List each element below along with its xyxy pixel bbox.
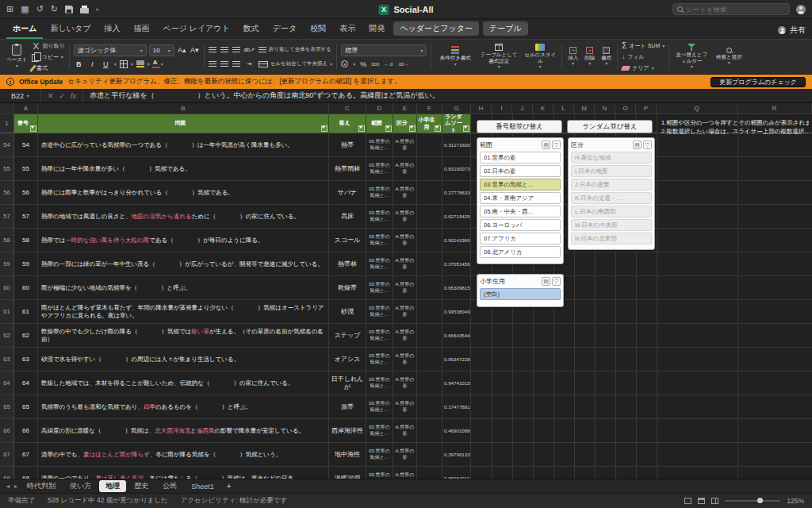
column-letter-B[interactable]: B <box>38 103 329 114</box>
cell-A65[interactable]: 65 <box>14 395 38 418</box>
number-format-select[interactable]: 標準▾ <box>341 44 427 56</box>
cell-C66[interactable]: 西岸海洋性 <box>329 419 366 442</box>
column-letter-F[interactable]: F <box>417 103 442 114</box>
cell-A62[interactable]: 62 <box>14 324 38 347</box>
clear-filter-icon[interactable]: ▽ <box>643 140 652 149</box>
column-letter-D[interactable]: D <box>366 103 393 114</box>
cell-F63[interactable] <box>417 348 442 371</box>
cell-G65[interactable]: 0.174778814 <box>442 395 471 418</box>
cell-F66[interactable] <box>417 419 442 442</box>
align-center-icon[interactable] <box>220 61 228 67</box>
cell-D62[interactable]: 03.世界の気候と… <box>366 324 393 347</box>
cell-E65[interactable]: A.世界の姿 <box>393 395 417 418</box>
sheet-nav-right-icon[interactable]: ▸ <box>13 483 19 490</box>
column-letter-N[interactable]: N <box>595 103 615 114</box>
cell-A57[interactable]: 57 <box>14 205 38 228</box>
cell-C59[interactable]: 熱帯林 <box>329 252 366 275</box>
filter-icon[interactable] <box>463 125 469 132</box>
ribbon-tab-ページ レイアウト[interactable]: ページ レイアウト <box>156 20 236 39</box>
ribbon-tab-数式[interactable]: 数式 <box>237 20 266 39</box>
cell-E60[interactable]: A.世界の姿 <box>393 276 417 299</box>
row-header-55[interactable]: 55 <box>0 157 14 180</box>
increase-font-button[interactable]: A▴ <box>177 44 187 56</box>
chevron-down-icon[interactable]: ▾ <box>353 61 355 67</box>
slicer-item-02.日本の姿[interactable]: 02.日本の姿 <box>480 165 561 177</box>
cell-B56[interactable]: 熱帯には雨季と乾季がはっきり分かれている（ ）気候である。 <box>38 181 329 204</box>
cell-D54[interactable]: 03.世界の気候と… <box>366 133 393 156</box>
cell-A63[interactable]: 63 <box>14 348 38 371</box>
column-letter-A[interactable]: A <box>14 103 38 114</box>
slicer-item-J.日本の産業[interactable]: J.日本の産業 <box>571 179 652 190</box>
multi-select-icon[interactable]: ▤ <box>633 140 642 149</box>
copy-button[interactable]: コピー▾ <box>32 52 64 62</box>
slicer-item-05.南・中央・西…[interactable]: 05.南・中央・西… <box>480 206 561 217</box>
check-updates-button[interactable]: 更新プログラムのチェック <box>710 77 806 87</box>
column-letter-R[interactable]: R <box>737 103 812 114</box>
cell-F56[interactable] <box>417 181 442 204</box>
random-sort-button[interactable]: ランダム並び替え <box>567 120 653 133</box>
cell-C54[interactable]: 熱帯 <box>329 133 366 156</box>
cell-C56[interactable]: サバナ <box>329 181 366 204</box>
chevron-down-icon[interactable]: ▾ <box>161 61 163 67</box>
column-letter-C[interactable]: C <box>329 103 366 114</box>
borders-icon[interactable] <box>120 60 128 68</box>
cut-button[interactable]: 切り取り <box>32 40 64 51</box>
chevron-down-icon[interactable]: ▾ <box>114 61 117 67</box>
cell-C60[interactable]: 乾燥帯 <box>329 276 366 299</box>
ribbon-tab-ヘッダーとフッター[interactable]: ヘッダーとフッター <box>393 21 479 36</box>
cell-D66[interactable]: 03.世界の気候と… <box>366 419 393 442</box>
align-left-icon[interactable] <box>209 61 216 67</box>
cell-G63[interactable]: 0.853472283 <box>442 348 471 371</box>
undo-icon[interactable]: ↺ <box>36 4 44 14</box>
autosum-button[interactable]: Σオート SUM▾ <box>622 40 665 51</box>
cell-C63[interactable]: オアシス <box>329 348 366 371</box>
slicer-item-I.日本の地形[interactable]: I.日本の地形 <box>571 165 652 177</box>
share-button[interactable]: 共有 <box>778 25 806 39</box>
cell-D63[interactable]: 03.世界の気候と… <box>366 348 393 371</box>
sheet-tab-公民[interactable]: 公民 <box>156 480 183 492</box>
cell-A59[interactable]: 59 <box>14 252 38 275</box>
cell-G60[interactable]: 0.653098157 <box>442 276 471 299</box>
number-order-sort-button[interactable]: 番号順並び替え <box>477 120 562 133</box>
cell-F54[interactable] <box>417 133 442 156</box>
row-header-64[interactable]: 64 <box>0 371 14 394</box>
cell-F59[interactable] <box>417 252 442 275</box>
column-letter-M[interactable]: M <box>574 103 595 114</box>
column-header-D[interactable]: 範囲 <box>366 114 393 133</box>
row-header-62[interactable]: 62 <box>0 324 14 347</box>
insert-function-icon[interactable]: fx <box>71 92 76 100</box>
ribbon-tab-ホーム[interactable]: ホーム <box>6 20 43 39</box>
cell-D59[interactable]: 03.世界の気候と… <box>366 252 393 275</box>
cell-G66[interactable]: 0.469010884 <box>442 419 471 442</box>
paste-button[interactable]: ペースト ▾ <box>5 44 29 69</box>
cell-G64[interactable]: 0.947410151 <box>442 371 471 394</box>
filter-icon[interactable] <box>435 125 441 132</box>
sort-filter-button[interactable]: 並べ替えとフィルター ▾ <box>673 43 710 71</box>
cell-B63[interactable]: 砂漠で水を得やすい（ ）の周辺には人々が集まり生活している。 <box>38 348 329 371</box>
multi-select-icon[interactable]: ▤ <box>542 140 550 149</box>
cell-G61[interactable]: 0.995380492 <box>442 300 471 323</box>
view-switcher-icon[interactable]: ▦ <box>21 4 29 14</box>
indent-icon[interactable]: ⇥ <box>244 59 255 70</box>
column-letter-G[interactable]: G <box>442 103 471 114</box>
row-header-67[interactable]: 67 <box>0 443 14 466</box>
search-input[interactable] <box>686 6 785 13</box>
cancel-entry-icon[interactable]: ✕ <box>48 92 54 100</box>
zoom-knob[interactable] <box>757 498 763 503</box>
cell-A58[interactable]: 58 <box>14 229 38 252</box>
cell-B67[interactable]: 温帯の中でも、夏はほとんど雨が降らず、冬に雨が降る気候を（ ）気候という。 <box>38 443 329 466</box>
cell-G57[interactable]: 0.627194254 <box>442 205 471 228</box>
cell-E56[interactable]: A.世界の姿 <box>393 181 417 204</box>
cell-C68[interactable]: 温暖湿潤 <box>329 467 366 479</box>
cell-E62[interactable]: A.世界の姿 <box>393 324 417 347</box>
align-right-icon[interactable] <box>232 61 240 67</box>
cell-E61[interactable]: A.世界の姿 <box>393 300 417 323</box>
cell-F68[interactable] <box>417 467 442 479</box>
add-sheet-button[interactable]: + <box>222 482 236 491</box>
cell-F57[interactable] <box>417 205 442 228</box>
column-letter-J[interactable]: J <box>512 103 533 114</box>
cell-C62[interactable]: ステップ <box>329 324 366 347</box>
column-letter-K[interactable]: K <box>533 103 553 114</box>
cell-B68[interactable]: 温帯の一つであり、夏は蒸し暑く多湿、冬には雪もふる（ ）気候は、東京などの日本 <box>38 467 329 479</box>
cell-F62[interactable] <box>417 324 442 347</box>
